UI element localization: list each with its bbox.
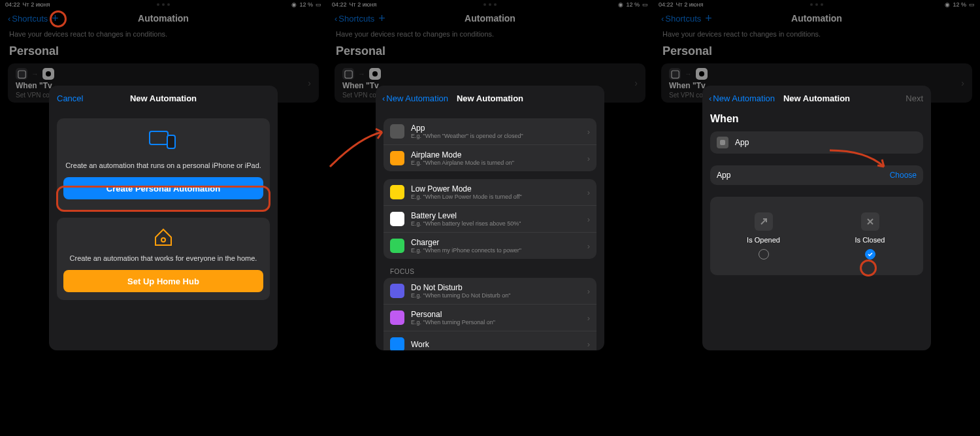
chevron-right-icon: › [587,241,590,251]
trigger-sub: E.g. "When turning Do Not Disturb on" [411,292,510,299]
trigger-icon [390,284,404,298]
trigger-sub: E.g. "When "Weather" is opened or closed… [411,133,523,139]
trigger-label: Personal [411,310,495,319]
next-button[interactable]: Next [906,93,923,103]
trigger-group-1: App E.g. "When "Weather" is opened or cl… [384,118,596,171]
option-is-closed[interactable]: Is Closed [817,197,923,275]
app-label: App [735,138,749,147]
app-field-label: App [717,171,730,180]
trigger-icon [390,310,404,325]
trigger-icon [390,239,404,253]
chevron-right-icon: › [587,214,590,224]
svg-rect-6 [720,140,725,145]
radio-unchecked[interactable] [759,249,769,260]
app-trigger-config-modal: ‹ New Automation New Automation Next Whe… [702,86,931,350]
cancel-button[interactable]: Cancel [57,93,83,103]
devices-icon [149,129,178,151]
home-desc: Create an automation that works for ever… [63,254,263,262]
app-trigger-row: App [710,131,923,154]
trigger-group-3: Do Not Disturb E.g. "When turning Do Not… [384,278,596,350]
trigger-row-do-not-disturb[interactable]: Do Not Disturb E.g. "When turning Do Not… [384,278,596,304]
modal-title: New Automation [457,93,523,103]
pane-1: 04:22 Чт 2 июня ◉ 12 % ▭ ‹ Shortcuts + A… [0,0,327,436]
opt-open-label: Is Opened [747,236,780,244]
trigger-icon [390,124,404,139]
option-is-opened[interactable]: Is Opened [710,197,817,275]
home-icon [153,227,174,248]
x-icon [861,212,879,231]
trigger-label: App [411,124,523,133]
arrow-up-right-icon [755,212,773,231]
app-choose-row[interactable]: App Choose [710,165,923,185]
trigger-sub: E.g. "When my iPhone connects to power" [411,247,521,254]
trigger-label: Charger [411,238,521,247]
trigger-row-low-power-mode[interactable]: Low Power Mode E.g. "When Low Power Mode… [384,179,596,205]
new-automation-modal: Cancel New Automation Create an automati… [49,86,278,350]
trigger-row-battery-level[interactable]: Battery Level E.g. "When battery level r… [384,205,596,232]
chevron-right-icon: › [587,286,590,296]
setup-home-hub-button[interactable]: Set Up Home Hub [63,270,263,292]
trigger-row-personal[interactable]: Personal E.g. "When turning Personal on"… [384,304,596,331]
trigger-list-modal: ‹ New Automation New Automation App E.g.… [376,86,604,350]
trigger-sub: E.g. "When battery level rises above 50%… [411,220,521,227]
focus-label: FOCUS [390,268,604,275]
trigger-sub: E.g. "When Low Power Mode is turned off" [411,193,522,200]
trigger-label: Battery Level [411,211,521,220]
back-new-automation[interactable]: ‹ New Automation [382,93,448,103]
trigger-group-2: Low Power Mode E.g. "When Low Power Mode… [384,179,596,259]
trigger-row-airplane-mode[interactable]: Airplane Mode E.g. "When Airplane Mode i… [384,144,596,171]
trigger-label: Work [411,340,429,349]
personal-automation-section: Create an automation that runs on a pers… [57,118,270,210]
trigger-icon [390,151,404,165]
modal-title: New Automation [130,93,197,103]
trigger-sub: E.g. "When Airplane Mode is turned on" [411,159,514,166]
trigger-label: Low Power Mode [411,184,522,193]
chevron-right-icon: › [587,188,590,197]
chevron-right-icon: › [587,313,590,323]
trigger-icon [390,337,404,351]
svg-rect-1 [150,131,168,144]
open-close-options: Is Opened Is Closed [710,197,923,275]
trigger-icon [390,185,404,199]
trigger-row-charger[interactable]: Charger E.g. "When my iPhone connects to… [384,232,596,259]
trigger-label: Do Not Disturb [411,283,510,292]
personal-desc: Create an automation that runs on a pers… [63,161,263,169]
chevron-right-icon: › [587,127,590,137]
create-personal-automation-button[interactable]: Create Personal Automation [63,177,263,199]
svg-point-3 [161,238,165,242]
opt-closed-label: Is Closed [855,236,885,244]
trigger-sub: E.g. "When turning Personal on" [411,319,495,326]
trigger-row-work[interactable]: Work › [384,331,596,350]
when-heading: When [702,110,931,131]
modal-title: New Automation [783,93,850,103]
trigger-row-app[interactable]: App E.g. "When "Weather" is opened or cl… [384,118,596,144]
back-new-automation[interactable]: ‹ New Automation [709,93,775,103]
home-automation-section: Create an automation that works for ever… [57,218,270,300]
svg-rect-2 [167,135,175,148]
trigger-label: Airplane Mode [411,150,514,159]
app-icon [717,137,728,148]
chevron-right-icon: › [587,154,590,163]
choose-button[interactable]: Choose [890,171,917,180]
chevron-right-icon: › [587,339,590,349]
trigger-icon [390,212,404,226]
radio-checked[interactable] [865,249,875,260]
